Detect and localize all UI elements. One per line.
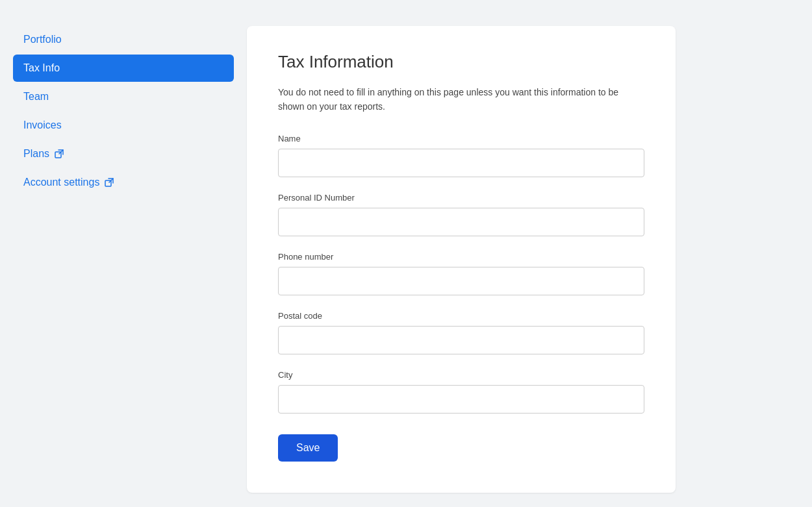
- postal-input[interactable]: [278, 326, 644, 354]
- sidebar-item-label: Invoices: [23, 119, 62, 131]
- content-card: Tax Information You do not need to fill …: [247, 26, 676, 493]
- sidebar-item-label: Account settings: [23, 177, 99, 188]
- sidebar: Portfolio Tax Info Team Invoices Plans A…: [0, 13, 247, 506]
- name-label: Name: [278, 134, 644, 143]
- phone-input[interactable]: [278, 267, 644, 295]
- phone-label: Phone number: [278, 252, 644, 262]
- sidebar-item-plans[interactable]: Plans: [13, 140, 234, 167]
- page-description: You do not need to fill in anything on t…: [278, 85, 644, 114]
- tax-form: Name Personal ID Number Phone number Pos…: [278, 134, 644, 462]
- sidebar-item-label: Plans: [23, 148, 49, 160]
- sidebar-item-label: Tax Info: [23, 62, 60, 74]
- sidebar-item-tax-info[interactable]: Tax Info: [13, 55, 234, 82]
- personal-id-label: Personal ID Number: [278, 193, 644, 203]
- city-label: City: [278, 370, 644, 380]
- name-input[interactable]: [278, 149, 644, 177]
- external-link-icon: [105, 178, 114, 187]
- main-content: Tax Information You do not need to fill …: [247, 13, 812, 506]
- city-input[interactable]: [278, 385, 644, 414]
- sidebar-item-invoices[interactable]: Invoices: [13, 112, 234, 139]
- personal-id-field-group: Personal ID Number: [278, 193, 644, 236]
- sidebar-item-portfolio[interactable]: Portfolio: [13, 26, 234, 53]
- postal-field-group: Postal code: [278, 311, 644, 354]
- sidebar-item-team[interactable]: Team: [13, 83, 234, 110]
- city-field-group: City: [278, 370, 644, 414]
- sidebar-item-label: Portfolio: [23, 34, 62, 45]
- sidebar-item-account-settings[interactable]: Account settings: [13, 169, 234, 196]
- external-link-icon: [55, 149, 64, 158]
- postal-label: Postal code: [278, 311, 644, 321]
- save-button[interactable]: Save: [278, 434, 338, 462]
- personal-id-input[interactable]: [278, 208, 644, 236]
- page-title: Tax Information: [278, 52, 644, 72]
- phone-field-group: Phone number: [278, 252, 644, 295]
- sidebar-item-label: Team: [23, 91, 49, 103]
- name-field-group: Name: [278, 134, 644, 177]
